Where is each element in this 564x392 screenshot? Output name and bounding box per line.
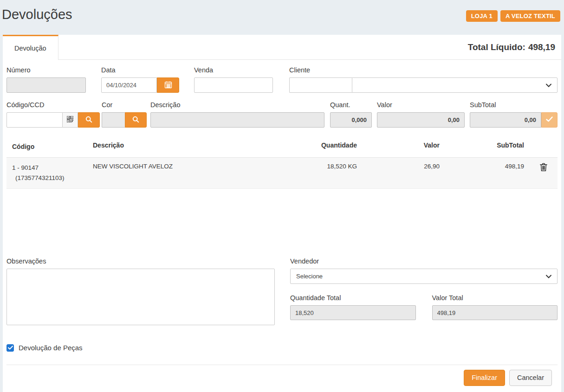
codigo-search-button[interactable] xyxy=(78,112,100,128)
data-input[interactable] xyxy=(101,77,157,93)
delete-item-button[interactable] xyxy=(540,163,547,172)
header-subtotal: SubTotal xyxy=(440,141,524,152)
subtotal-label: SubTotal xyxy=(470,101,558,109)
valor-label: Valor xyxy=(377,101,465,109)
chevron-down-icon xyxy=(546,273,551,280)
observacoes-label: Observações xyxy=(6,257,275,265)
tab-bar: Devolução Total Líquido: 498,19 xyxy=(3,35,561,60)
tab-devolucao[interactable]: Devolução xyxy=(3,35,58,60)
field-numero: Número xyxy=(6,66,86,93)
chevron-down-icon xyxy=(546,82,551,89)
barcode-scan-button[interactable] xyxy=(63,112,78,128)
cell-subtotal: 498,19 xyxy=(440,163,524,170)
valor-total-label: Valor Total xyxy=(432,294,558,302)
field-cliente: Cliente xyxy=(289,66,558,93)
field-data: Data xyxy=(101,66,179,93)
totals-row: Quantidade Total Valor Total xyxy=(290,294,558,320)
field-descricao: Descrição xyxy=(150,101,324,128)
action-footer: Finalizar Cancelar xyxy=(6,365,558,386)
form-row-2: Código/CCD xyxy=(6,101,558,128)
page-header: Devoluções LOJA 1 A VELOZ TEXTIL xyxy=(0,0,564,35)
devolucao-pecas-label: Devolução de Peças xyxy=(19,344,83,352)
store-badges: LOJA 1 A VELOZ TEXTIL xyxy=(466,10,560,22)
observacoes-textarea[interactable] xyxy=(6,269,275,325)
total-liquido: Total Líquido: 498,19 xyxy=(468,35,561,59)
header-descricao: Descrição xyxy=(93,141,273,152)
devolucao-pecas-toggle[interactable]: Devolução de Peças xyxy=(6,344,83,352)
search-icon xyxy=(85,116,92,124)
quant-label: Quant. xyxy=(330,101,372,109)
valor-input xyxy=(377,112,465,128)
field-valor: Valor xyxy=(377,101,465,128)
data-label: Data xyxy=(101,66,179,74)
table-row: 1 - 90147 (1735774321103) NEW VISCOLIGHT… xyxy=(6,157,558,188)
cliente-select[interactable] xyxy=(352,77,558,93)
total-liquido-value: 498,19 xyxy=(528,42,555,52)
field-codigo-ccd: Código/CCD xyxy=(6,101,100,128)
header-codigo: Código xyxy=(6,141,93,152)
cell-quantidade: 18,520 KG xyxy=(273,163,357,170)
field-subtotal: SubTotal xyxy=(470,101,558,128)
field-cor: Cor xyxy=(102,101,147,128)
quant-input xyxy=(330,112,372,128)
codigo-line1: 1 - 90147 xyxy=(12,163,93,173)
cancelar-button[interactable]: Cancelar xyxy=(509,370,552,386)
bottom-section: Observações Vendedor Selecione Quantidad… xyxy=(6,257,558,327)
main-panel: Devolução Total Líquido: 498,19 Número D… xyxy=(3,35,561,392)
totals-column: Vendedor Selecione Quantidade Total V xyxy=(290,257,558,327)
field-quant: Quant. xyxy=(330,101,372,128)
quantidade-total-field: Quantidade Total xyxy=(290,294,416,320)
form-row-1: Número Data xyxy=(6,66,558,93)
header-actions xyxy=(524,141,558,152)
cor-search-button[interactable] xyxy=(125,112,147,128)
qr-code-icon xyxy=(67,116,73,124)
observacoes-field: Observações xyxy=(6,257,275,327)
subtotal-input xyxy=(470,112,541,128)
checkmark-icon xyxy=(8,346,13,350)
venda-label: Venda xyxy=(194,66,273,74)
calendar-button[interactable] xyxy=(157,77,179,93)
cor-input xyxy=(102,112,125,128)
cliente-code-input[interactable] xyxy=(289,77,352,93)
form-content: Número Data xyxy=(3,60,561,392)
quantidade-total-label: Quantidade Total xyxy=(290,294,416,302)
venda-input[interactable] xyxy=(194,77,273,93)
codigo-line2: (1735774321103) xyxy=(12,173,93,183)
finalizar-button[interactable]: Finalizar xyxy=(464,370,505,386)
valor-total-field: Valor Total xyxy=(432,294,558,320)
check-icon xyxy=(546,116,553,123)
search-icon xyxy=(132,116,139,124)
store-badge-loja[interactable]: LOJA 1 xyxy=(466,10,498,22)
total-liquido-label: Total Líquido: xyxy=(468,42,525,52)
cor-label: Cor xyxy=(102,101,147,109)
cell-valor: 26,90 xyxy=(357,163,440,170)
vendedor-label: Vendedor xyxy=(290,257,558,265)
quantidade-total-input xyxy=(290,305,416,320)
field-venda: Venda xyxy=(194,66,273,93)
numero-label: Número xyxy=(6,66,86,74)
cell-descricao: NEW VISCOLIGHT AVELOZ xyxy=(93,163,273,170)
devolucao-pecas-checkbox[interactable] xyxy=(6,344,14,352)
items-table: Código Descrição Quantidade Valor SubTot… xyxy=(6,138,558,257)
codigo-ccd-input[interactable] xyxy=(6,112,63,128)
vendedor-select[interactable]: Selecione xyxy=(290,269,558,284)
header-valor: Valor xyxy=(357,141,440,152)
descricao-input xyxy=(150,112,324,128)
confirm-item-button[interactable] xyxy=(541,112,558,128)
page-title: Devoluções xyxy=(2,6,72,23)
items-table-header: Código Descrição Quantidade Valor SubTot… xyxy=(6,138,558,157)
valor-total-input xyxy=(432,305,558,320)
cliente-label: Cliente xyxy=(289,66,558,74)
codigo-ccd-label: Código/CCD xyxy=(6,101,100,109)
vendedor-field: Vendedor Selecione xyxy=(290,257,558,284)
vendedor-select-value: Selecione xyxy=(296,273,323,280)
numero-input xyxy=(6,77,86,93)
calendar-icon xyxy=(164,81,172,90)
store-badge-company[interactable]: A VELOZ TEXTIL xyxy=(500,10,560,22)
descricao-label: Descrição xyxy=(150,101,324,109)
header-quantidade: Quantidade xyxy=(273,141,357,152)
trash-icon xyxy=(540,166,547,173)
cell-codigo: 1 - 90147 (1735774321103) xyxy=(6,163,93,183)
